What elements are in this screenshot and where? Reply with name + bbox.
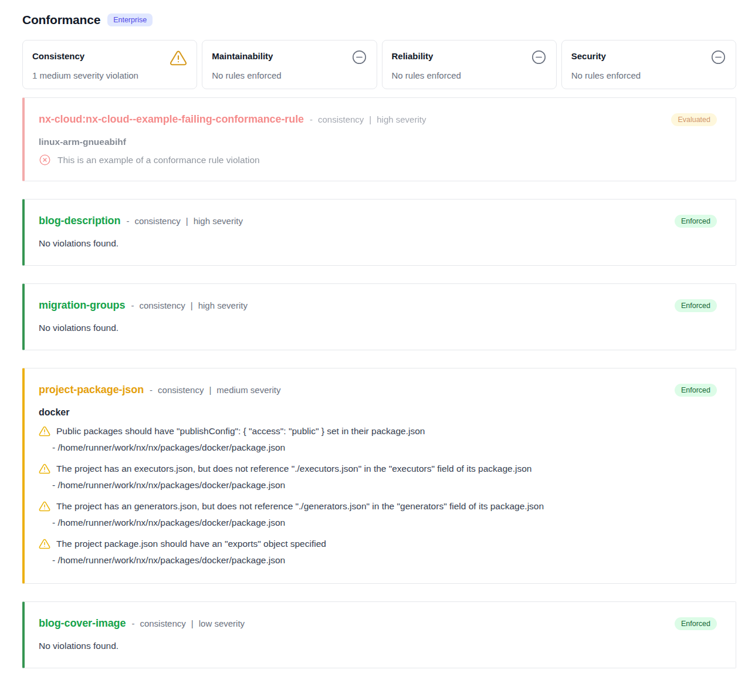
violation-message: The project package.json should have an … [56, 537, 326, 550]
rule-severity: high severity [194, 216, 243, 226]
violation-message: This is an example of a conformance rule… [57, 155, 260, 165]
x-circle-icon [39, 154, 51, 166]
minus-circle-icon [351, 49, 367, 65]
project-name: docker [39, 407, 648, 418]
violation-message: The project has an executors.json, but d… [56, 462, 531, 475]
category-card-security: Security No rules enforced [561, 40, 736, 89]
meta-separator: - [126, 216, 129, 226]
rule-card-blog-description: blog-description - consistency | high se… [22, 199, 736, 266]
status-badge: Evaluated [671, 113, 717, 126]
rule-title-link[interactable]: blog-description [39, 215, 120, 227]
rule-card-example-failing: nx-cloud:nx-cloud--example-failing-confo… [22, 97, 736, 181]
enterprise-badge: Enterprise [107, 13, 153, 26]
violation-path: - /home/runner/work/nx/nx/packages/docke… [52, 441, 648, 454]
rule-title-link[interactable]: blog-cover-image [39, 617, 126, 630]
category-status: 1 medium severity violation [32, 70, 187, 80]
warning-triangle-icon [39, 463, 50, 475]
rule-category: consistency [134, 216, 180, 226]
meta-separator: - [131, 618, 134, 628]
project-name: linux-arm-gnueabihf [39, 137, 648, 147]
meta-separator: - [310, 114, 313, 124]
status-badge: Enforced [675, 215, 717, 228]
category-status: No rules enforced [571, 70, 726, 80]
category-card-reliability: Reliability No rules enforced [382, 40, 557, 89]
violation-path: - /home/runner/work/nx/nx/packages/docke… [52, 479, 648, 492]
category-status: No rules enforced [392, 70, 547, 80]
category-name: Reliability [392, 49, 434, 61]
violation-item: The project has an generators.json, but … [39, 500, 648, 529]
page-header: Conformance Enterprise [22, 13, 736, 27]
no-violations-text: No violations found. [39, 238, 648, 249]
status-badge: Enforced [675, 384, 717, 397]
warning-triangle-icon [170, 49, 187, 67]
warning-triangle-icon [39, 501, 50, 512]
meta-divider: | [186, 216, 188, 226]
category-card-consistency: Consistency 1 medium severity violation [22, 40, 197, 89]
rule-category: consistency [158, 385, 204, 395]
rule-severity: medium severity [216, 385, 280, 395]
meta-separator: - [131, 300, 134, 310]
warning-triangle-icon [39, 425, 50, 437]
meta-separator: - [150, 385, 153, 395]
rule-title-link[interactable]: nx-cloud:nx-cloud--example-failing-confo… [39, 113, 304, 126]
category-name: Security [571, 49, 606, 61]
violation-path: - /home/runner/work/nx/nx/packages/docke… [52, 516, 648, 529]
minus-circle-icon [531, 49, 547, 65]
rule-title-link[interactable]: project-package-json [39, 384, 144, 396]
rule-severity: high severity [198, 300, 248, 310]
meta-divider: | [191, 300, 193, 310]
violation-message: The project has an generators.json, but … [56, 500, 544, 513]
category-status: No rules enforced [212, 70, 367, 80]
category-card-maintainability: Maintainability No rules enforced [202, 40, 377, 89]
rule-severity: low severity [199, 618, 245, 628]
rule-card-project-package-json: project-package-json - consistency | med… [22, 368, 736, 584]
violation-message: Public packages should have "publishConf… [56, 425, 425, 438]
violation-path: - /home/runner/work/nx/nx/packages/docke… [52, 554, 648, 567]
no-violations-text: No violations found. [39, 323, 648, 333]
rule-category: consistency [139, 300, 185, 310]
category-summary-row: Consistency 1 medium severity violation … [22, 40, 736, 89]
page-title: Conformance [22, 13, 100, 27]
meta-divider: | [369, 114, 371, 124]
status-badge: Enforced [675, 299, 717, 312]
rule-severity: high severity [377, 114, 426, 124]
violation-list: Public packages should have "publishConf… [39, 425, 648, 567]
meta-divider: | [191, 618, 194, 628]
minus-circle-icon [710, 49, 726, 65]
status-badge: Enforced [675, 617, 717, 630]
meta-divider: | [209, 385, 211, 395]
rule-card-migration-groups: migration-groups - consistency | high se… [22, 283, 736, 350]
violation-item: The project package.json should have an … [39, 537, 648, 567]
rule-category: consistency [140, 618, 185, 628]
rule-card-blog-cover-image: blog-cover-image - consistency | low sev… [22, 601, 736, 668]
violation-item: Public packages should have "publishConf… [39, 425, 648, 454]
warning-triangle-icon [39, 538, 50, 550]
rule-category: consistency [318, 114, 364, 124]
violation-item: The project has an executors.json, but d… [39, 462, 648, 492]
category-name: Maintainability [212, 49, 273, 61]
conformance-page: Conformance Enterprise Consistency 1 med… [0, 0, 755, 700]
no-violations-text: No violations found. [39, 641, 648, 651]
category-name: Consistency [32, 49, 84, 61]
rule-title-link[interactable]: migration-groups [39, 299, 125, 312]
